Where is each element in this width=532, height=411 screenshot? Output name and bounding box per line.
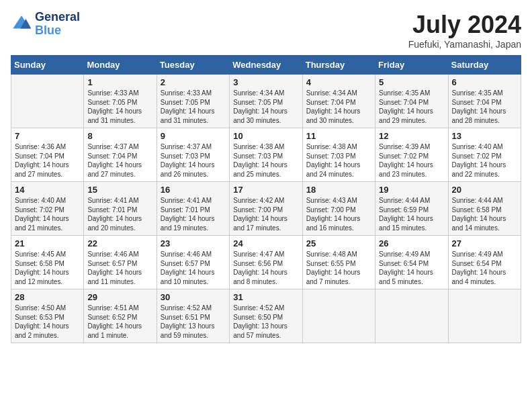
calendar-day-cell: 8Sunrise: 4:37 AM Sunset: 7:04 PM Daylig… [84,128,157,182]
logo-line1: General [35,11,80,24]
calendar-day-cell: 7Sunrise: 4:36 AM Sunset: 7:04 PM Daylig… [11,128,84,182]
day-number: 31 [233,292,298,302]
day-number: 2 [161,77,226,87]
day-info: Sunrise: 4:52 AM Sunset: 6:51 PM Dayligh… [161,304,226,340]
day-info: Sunrise: 4:33 AM Sunset: 7:05 PM Dayligh… [161,89,226,125]
calendar-day-cell: 11Sunrise: 4:38 AM Sunset: 7:03 PM Dayli… [302,128,375,182]
calendar-header-cell: Saturday [448,56,521,75]
calendar-day-cell: 23Sunrise: 4:46 AM Sunset: 6:57 PM Dayli… [157,236,229,289]
calendar-day-cell: 2Sunrise: 4:33 AM Sunset: 7:05 PM Daylig… [157,75,229,128]
header: General Blue July 2024 Fuefuki, Yamanash… [11,11,521,50]
month-title: July 2024 [408,11,521,39]
calendar-day-cell: 4Sunrise: 4:34 AM Sunset: 7:04 PM Daylig… [302,75,375,128]
calendar-header-cell: Sunday [11,56,84,75]
day-info: Sunrise: 4:45 AM Sunset: 6:58 PM Dayligh… [15,250,80,286]
calendar-day-cell [375,289,448,343]
day-number: 21 [15,238,80,248]
day-number: 18 [306,185,371,195]
calendar-day-cell: 5Sunrise: 4:35 AM Sunset: 7:04 PM Daylig… [375,75,448,128]
day-info: Sunrise: 4:44 AM Sunset: 6:59 PM Dayligh… [379,196,444,232]
logo-text: General Blue [35,11,80,38]
calendar-day-cell: 19Sunrise: 4:44 AM Sunset: 6:59 PM Dayli… [375,182,448,236]
day-number: 26 [379,238,444,248]
day-number: 17 [233,185,298,195]
day-info: Sunrise: 4:37 AM Sunset: 7:03 PM Dayligh… [161,142,226,179]
day-number: 9 [161,131,226,141]
calendar-day-cell: 14Sunrise: 4:40 AM Sunset: 7:02 PM Dayli… [11,182,84,236]
calendar-day-cell: 24Sunrise: 4:47 AM Sunset: 6:56 PM Dayli… [230,236,302,289]
calendar-week-row: 21Sunrise: 4:45 AM Sunset: 6:58 PM Dayli… [11,236,521,289]
calendar-day-cell [302,289,375,343]
day-info: Sunrise: 4:44 AM Sunset: 6:58 PM Dayligh… [452,196,517,232]
calendar-day-cell: 16Sunrise: 4:41 AM Sunset: 7:01 PM Dayli… [157,182,229,236]
calendar-table: SundayMondayTuesdayWednesdayThursdayFrid… [11,55,521,343]
calendar-day-cell: 17Sunrise: 4:42 AM Sunset: 7:00 PM Dayli… [230,182,302,236]
day-info: Sunrise: 4:38 AM Sunset: 7:03 PM Dayligh… [306,142,371,179]
day-info: Sunrise: 4:43 AM Sunset: 7:00 PM Dayligh… [306,196,371,232]
calendar-body: 1Sunrise: 4:33 AM Sunset: 7:05 PM Daylig… [11,75,521,343]
calendar-day-cell: 22Sunrise: 4:46 AM Sunset: 6:57 PM Dayli… [84,236,157,289]
logo: General Blue [11,11,80,38]
day-number: 12 [379,131,444,141]
calendar-day-cell: 18Sunrise: 4:43 AM Sunset: 7:00 PM Dayli… [302,182,375,236]
calendar-day-cell: 31Sunrise: 4:52 AM Sunset: 6:50 PM Dayli… [230,289,302,343]
title-area: July 2024 Fuefuki, Yamanashi, Japan [408,11,521,50]
day-number: 19 [379,185,444,195]
day-info: Sunrise: 4:46 AM Sunset: 6:57 PM Dayligh… [87,250,152,286]
day-number: 3 [233,77,298,87]
logo-icon [11,13,32,35]
day-number: 23 [161,238,226,248]
calendar-day-cell [11,75,84,128]
day-info: Sunrise: 4:38 AM Sunset: 7:03 PM Dayligh… [233,142,298,179]
day-number: 24 [233,238,298,248]
calendar-day-cell: 20Sunrise: 4:44 AM Sunset: 6:58 PM Dayli… [448,182,521,236]
day-info: Sunrise: 4:40 AM Sunset: 7:02 PM Dayligh… [15,196,80,232]
calendar-week-row: 28Sunrise: 4:50 AM Sunset: 6:53 PM Dayli… [11,289,521,343]
calendar-day-cell: 26Sunrise: 4:49 AM Sunset: 6:54 PM Dayli… [375,236,448,289]
day-number: 28 [15,292,80,302]
calendar-header-row: SundayMondayTuesdayWednesdayThursdayFrid… [11,56,521,75]
calendar-day-cell: 29Sunrise: 4:51 AM Sunset: 6:52 PM Dayli… [84,289,157,343]
day-info: Sunrise: 4:35 AM Sunset: 7:04 PM Dayligh… [452,89,517,125]
calendar-day-cell: 21Sunrise: 4:45 AM Sunset: 6:58 PM Dayli… [11,236,84,289]
day-info: Sunrise: 4:46 AM Sunset: 6:57 PM Dayligh… [161,250,226,286]
calendar-header-cell: Friday [375,56,448,75]
day-info: Sunrise: 4:33 AM Sunset: 7:05 PM Dayligh… [87,89,152,125]
calendar-day-cell: 15Sunrise: 4:41 AM Sunset: 7:01 PM Dayli… [84,182,157,236]
day-info: Sunrise: 4:49 AM Sunset: 6:54 PM Dayligh… [452,250,517,286]
day-number: 30 [161,292,226,302]
day-number: 20 [452,185,517,195]
calendar-day-cell: 13Sunrise: 4:40 AM Sunset: 7:02 PM Dayli… [448,128,521,182]
day-number: 5 [379,77,444,87]
day-info: Sunrise: 4:40 AM Sunset: 7:02 PM Dayligh… [452,142,517,179]
calendar-day-cell: 12Sunrise: 4:39 AM Sunset: 7:02 PM Dayli… [375,128,448,182]
day-number: 11 [306,131,371,141]
day-info: Sunrise: 4:47 AM Sunset: 6:56 PM Dayligh… [233,250,298,286]
day-info: Sunrise: 4:41 AM Sunset: 7:01 PM Dayligh… [87,196,152,232]
day-number: 29 [87,292,152,302]
calendar-day-cell [448,289,521,343]
day-number: 1 [87,77,152,87]
day-info: Sunrise: 4:52 AM Sunset: 6:50 PM Dayligh… [233,304,298,340]
day-info: Sunrise: 4:36 AM Sunset: 7:04 PM Dayligh… [15,142,80,179]
calendar-week-row: 1Sunrise: 4:33 AM Sunset: 7:05 PM Daylig… [11,75,521,128]
calendar-day-cell: 27Sunrise: 4:49 AM Sunset: 6:54 PM Dayli… [448,236,521,289]
day-number: 16 [161,185,226,195]
day-number: 22 [87,238,152,248]
calendar-week-row: 14Sunrise: 4:40 AM Sunset: 7:02 PM Dayli… [11,182,521,236]
day-info: Sunrise: 4:34 AM Sunset: 7:04 PM Dayligh… [306,89,371,125]
calendar-header-cell: Wednesday [230,56,302,75]
location-subtitle: Fuefuki, Yamanashi, Japan [408,39,521,50]
day-info: Sunrise: 4:39 AM Sunset: 7:02 PM Dayligh… [379,142,444,179]
calendar-day-cell: 25Sunrise: 4:48 AM Sunset: 6:55 PM Dayli… [302,236,375,289]
calendar-day-cell: 1Sunrise: 4:33 AM Sunset: 7:05 PM Daylig… [84,75,157,128]
day-number: 15 [87,185,152,195]
logo-line2: Blue [35,24,80,38]
calendar-day-cell: 28Sunrise: 4:50 AM Sunset: 6:53 PM Dayli… [11,289,84,343]
day-info: Sunrise: 4:35 AM Sunset: 7:04 PM Dayligh… [379,89,444,125]
day-number: 27 [452,238,517,248]
day-number: 8 [87,131,152,141]
calendar-day-cell: 10Sunrise: 4:38 AM Sunset: 7:03 PM Dayli… [230,128,302,182]
day-number: 25 [306,238,371,248]
day-info: Sunrise: 4:41 AM Sunset: 7:01 PM Dayligh… [161,196,226,232]
